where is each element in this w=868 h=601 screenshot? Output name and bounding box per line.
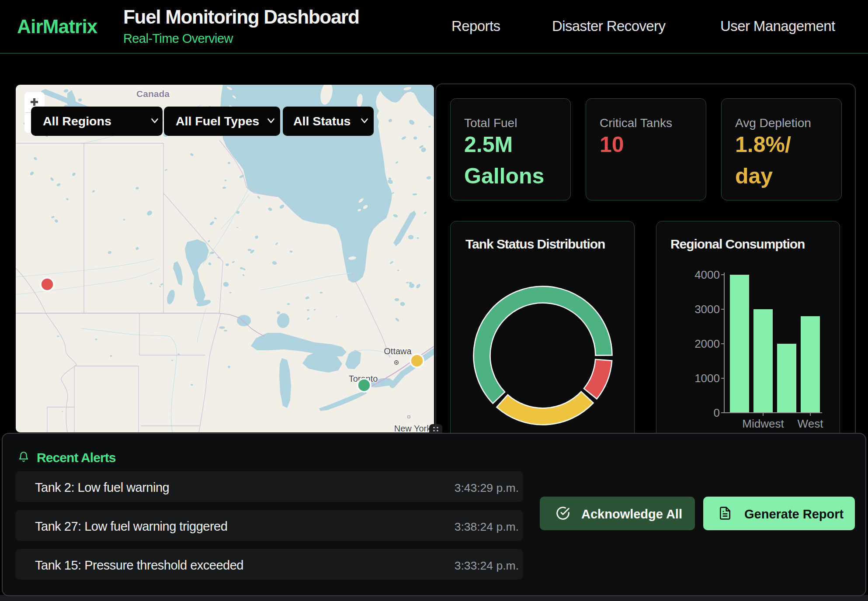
svg-text:1000: 1000 (694, 372, 720, 385)
svg-text:4000: 4000 (694, 268, 720, 281)
svg-text:3000: 3000 (694, 303, 720, 316)
svg-text:Ottawa: Ottawa (384, 346, 412, 356)
svg-text:2000: 2000 (694, 337, 720, 350)
svg-text:Midwest: Midwest (742, 417, 784, 430)
svg-text:West: West (798, 417, 824, 430)
svg-text:New York: New York (394, 424, 431, 432)
svg-text:Canada: Canada (136, 89, 170, 99)
svg-text:0: 0 (714, 406, 720, 419)
